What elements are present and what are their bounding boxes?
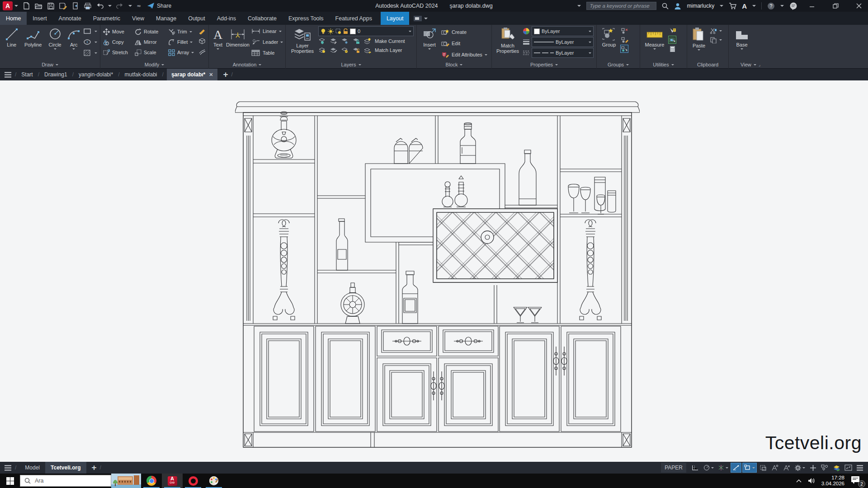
ornate-bottle[interactable] — [272, 112, 296, 158]
measure-button[interactable]: Measure — [643, 26, 666, 60]
scale-button[interactable]: Scale — [135, 47, 166, 57]
ribbon-display-toggle[interactable] — [414, 12, 428, 25]
ellipse-button[interactable] — [83, 38, 97, 46]
jars[interactable] — [394, 138, 423, 164]
make-current-icon[interactable] — [363, 37, 372, 45]
wine-glass-set[interactable] — [568, 177, 616, 214]
plinth[interactable] — [243, 432, 632, 447]
tab-view[interactable]: View — [126, 12, 150, 25]
file-tab-start[interactable]: Start — [19, 71, 34, 78]
open-file-icon[interactable] — [35, 2, 42, 10]
feedback-icon[interactable] — [789, 2, 797, 10]
tab-home[interactable]: Home — [0, 12, 27, 25]
layer-freeze-mini-icon[interactable] — [341, 37, 349, 45]
explode-button[interactable] — [198, 37, 206, 45]
hatch-button[interactable] — [83, 49, 97, 57]
select-similar-icon[interactable] — [668, 36, 676, 44]
crown-molding[interactable] — [235, 102, 640, 113]
tray-chevron-icon[interactable] — [796, 479, 802, 483]
linetype-combo[interactable]: ByLayer — [532, 48, 594, 58]
paper-space-toggle[interactable]: PAPER — [661, 463, 686, 473]
layer-match-mini-icon[interactable] — [330, 46, 338, 54]
restore-button[interactable] — [826, 0, 844, 12]
quick-select-icon[interactable] — [668, 27, 676, 35]
autocad-app-icon[interactable]: A — [3, 1, 13, 10]
username[interactable]: mimarlucky — [687, 3, 714, 9]
panel-label-modify[interactable]: Modify — [100, 61, 208, 69]
array-button[interactable]: Array — [168, 47, 196, 57]
print-icon[interactable] — [84, 2, 91, 10]
autodesk-caret-icon[interactable] — [752, 5, 756, 7]
help-icon[interactable]: ? — [767, 2, 775, 10]
layer-unisolate-icon[interactable] — [330, 37, 338, 45]
tab-collaborate[interactable]: Collaborate — [242, 12, 283, 25]
panel-label-utilities[interactable]: Utilities — [640, 61, 687, 69]
app-menu-caret-icon[interactable] — [14, 5, 18, 7]
layer-prev-mini-icon[interactable] — [341, 46, 349, 54]
user-menu-caret-icon[interactable] — [720, 5, 723, 7]
taskbar-opera-button[interactable] — [183, 474, 203, 488]
layer-isolate-icon[interactable] — [318, 37, 326, 45]
martini-glasses[interactable] — [514, 307, 542, 323]
notification-center-button[interactable]: 2 — [851, 476, 863, 486]
file-tab-yangin-dolabi[interactable]: yangin-dolabi* — [77, 71, 115, 78]
file-tab-sarap-dolabi[interactable]: şarap dolabı*✕ — [167, 69, 218, 80]
object-color-combo[interactable]: ByLayer — [532, 26, 594, 36]
paste-button[interactable]: Paste — [690, 26, 708, 60]
undo-icon[interactable] — [96, 2, 104, 10]
autodesk-logo-icon[interactable]: A — [742, 2, 747, 10]
layout-menu-icon[interactable] — [4, 464, 12, 472]
panel-label-block[interactable]: Block — [417, 61, 491, 69]
group-select-toggle[interactable] — [620, 45, 628, 53]
close-tab-icon[interactable]: ✕ — [209, 72, 213, 78]
tab-layout-tcetveli[interactable]: Tcetveli.org — [45, 462, 86, 474]
lineweight-combo[interactable]: ByLayer — [532, 37, 594, 47]
sunburst-decanter[interactable] — [341, 283, 364, 324]
isolate-objects-button[interactable] — [819, 463, 830, 473]
fillet-button[interactable]: Fillet — [168, 37, 196, 47]
file-tabs-menu-icon[interactable] — [4, 70, 12, 79]
taskbar-search-input[interactable]: Ara — [20, 475, 111, 487]
circle-button[interactable]: Circle — [46, 26, 64, 60]
osnap-tracking-toggle[interactable] — [731, 463, 741, 473]
workspace-gear-button[interactable] — [793, 463, 807, 473]
panel-label-clipboard[interactable]: Clipboard — [687, 61, 728, 69]
tab-parametric[interactable]: Parametric — [87, 12, 126, 25]
new-drawing-tab-button[interactable]: + — [223, 70, 228, 80]
transfer-icon[interactable] — [71, 2, 79, 10]
lower-doors[interactable] — [254, 326, 621, 432]
tab-featured-apps[interactable]: Featured Apps — [330, 12, 378, 25]
rotate-button[interactable]: Rotate — [135, 27, 166, 37]
quick-calculator-icon[interactable] — [668, 45, 676, 53]
lattice-wine-rack[interactable] — [433, 209, 557, 282]
save-icon[interactable] — [47, 2, 55, 10]
annotation-monitor-button[interactable] — [807, 463, 818, 473]
wine-bottle[interactable] — [519, 150, 536, 205]
user-avatar-icon[interactable] — [674, 3, 681, 9]
layer-unlock-mini-icon[interactable] — [352, 46, 360, 54]
redo-caret-icon[interactable] — [128, 5, 132, 7]
text-button[interactable]: A Text — [212, 26, 224, 60]
search-history-caret-icon[interactable] — [577, 5, 581, 7]
annotation-autoscale-toggle[interactable] — [781, 463, 792, 473]
cut-button[interactable] — [710, 28, 722, 34]
new-file-icon[interactable] — [23, 2, 30, 10]
taskbar-autocad-button[interactable]: ACAD — [162, 474, 183, 488]
edit-block-button[interactable]: Edit — [441, 38, 487, 48]
copy-button[interactable]: Copy — [103, 37, 133, 47]
candlestick-right[interactable] — [580, 220, 601, 320]
tab-layout[interactable]: Layout — [381, 12, 410, 25]
redo-icon[interactable] — [116, 2, 124, 10]
taskbar-paint-button[interactable] — [203, 474, 224, 488]
speaker-icon[interactable] — [808, 478, 815, 484]
layer-select-combo[interactable]: 0 — [318, 26, 414, 36]
help-search-input[interactable]: Type a keyword or phrase — [586, 2, 656, 10]
widgets-thumbnail[interactable] — [111, 474, 141, 488]
table-button[interactable]: Table — [251, 48, 283, 58]
create-block-button[interactable]: Create — [441, 27, 487, 37]
door-handles[interactable] — [392, 337, 567, 400]
match-properties-button[interactable]: Match Properties — [495, 26, 521, 60]
panel-label-draw[interactable]: Draw — [0, 61, 100, 69]
help-caret-icon[interactable] — [780, 5, 784, 7]
polar-tracking-toggle[interactable] — [702, 463, 715, 473]
